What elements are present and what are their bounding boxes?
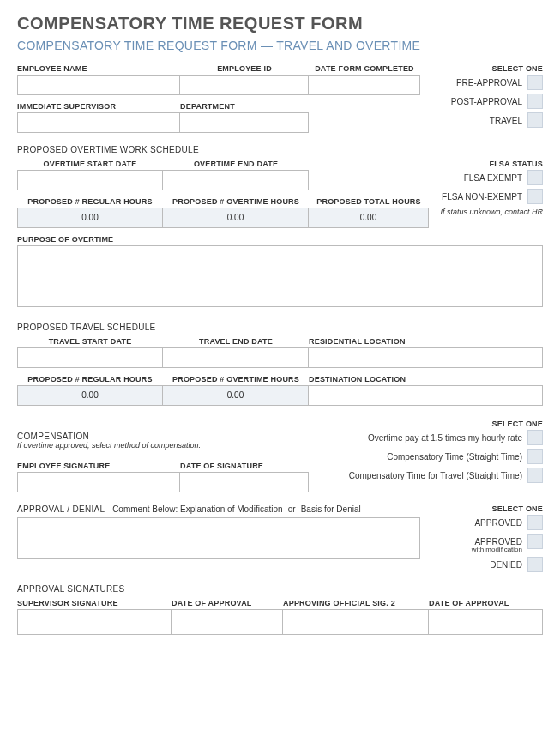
ot-end-input[interactable] (163, 170, 309, 190)
flsa-exempt-checkbox[interactable] (527, 170, 543, 185)
comp-opt3-checkbox[interactable] (527, 468, 543, 483)
flsa-exempt-label: FLSA EXEMPT (464, 173, 522, 183)
official-date-label: DATE OF APPROVAL (429, 599, 543, 609)
ot-total-hours-label: PROPOSED TOTAL HOURS (309, 197, 429, 208)
residential-location-input[interactable] (309, 347, 543, 368)
signature-date-label: DATE OF SIGNATURE (180, 462, 309, 472)
supervisor-sig-label: SUPERVISOR SIGNATURE (17, 599, 172, 609)
ot-reg-hours-value[interactable]: 0.00 (17, 208, 163, 228)
page-title: COMPENSATORY TIME REQUEST FORM (17, 14, 543, 33)
travel-ot-hours-label: PROPOSED # OVERTIME HOURS (163, 375, 309, 385)
ot-reg-hours-label: PROPOSED # REGULAR HOURS (17, 197, 163, 208)
date-completed-input[interactable] (309, 75, 420, 95)
employee-name-label: EMPLOYEE NAME (17, 64, 180, 75)
post-approval-checkbox[interactable] (527, 94, 543, 109)
travel-ot-hours-value[interactable]: 0.00 (163, 385, 309, 406)
official-sig-label: APPROVING OFFICIAL SIG. 2 (283, 599, 429, 609)
ot-start-label: OVERTIME START DATE (17, 160, 163, 170)
purpose-label: PURPOSE OF OVERTIME (17, 235, 543, 245)
destination-location-label: DESTINATION LOCATION (309, 375, 543, 385)
approved-mod-checkbox[interactable] (527, 534, 543, 549)
employee-signature-label: EMPLOYEE SIGNATURE (17, 462, 180, 472)
approved-mod-sub: with modification (440, 546, 522, 553)
travel-start-input[interactable] (17, 347, 163, 368)
employee-id-input[interactable] (180, 75, 309, 95)
supervisor-date-input[interactable] (172, 609, 283, 635)
comp-opt2-label: Compensatory Time (Straight Time) (387, 452, 522, 462)
travel-end-input[interactable] (163, 347, 309, 368)
travel-reg-hours-label: PROPOSED # REGULAR HOURS (17, 375, 163, 385)
denied-label: DENIED (490, 560, 522, 570)
compensation-note: If overtime approved, select method of c… (17, 441, 320, 450)
post-approval-label: POST-APPROVAL (451, 97, 522, 106)
travel-label: TRAVEL (490, 116, 522, 125)
flsa-heading: FLSA STATUS (431, 160, 543, 170)
overtime-heading: PROPOSED OVERTIME WORK SCHEDULE (17, 145, 543, 154)
approved-label: APPROVED (474, 518, 522, 528)
travel-reg-hours-value[interactable]: 0.00 (17, 385, 163, 406)
pre-approval-checkbox[interactable] (527, 75, 543, 90)
page-subtitle: COMPENSATORY TIME REQUEST FORM — TRAVEL … (17, 39, 543, 52)
official-date-input[interactable] (429, 609, 543, 635)
comp-opt3-label: Compensatory Time for Travel (Straight T… (349, 471, 522, 480)
flsa-nonexempt-label: FLSA NON-EXEMPT (442, 192, 522, 202)
travel-end-label: TRAVEL END DATE (163, 337, 309, 347)
supervisor-input[interactable] (17, 112, 180, 133)
denied-checkbox[interactable] (527, 557, 543, 572)
select-one-label-2: SELECT ONE (320, 420, 543, 430)
approval-heading: APPROVAL / DENIAL (17, 504, 105, 514)
employee-name-input[interactable] (17, 75, 180, 95)
approved-mod-label: APPROVED (474, 537, 522, 547)
select-one-label-3: SELECT ONE (440, 504, 543, 515)
signature-date-input[interactable] (180, 472, 309, 492)
comp-opt1-label: Overtime pay at 1.5 times my hourly rate (368, 433, 522, 443)
employee-id-label: EMPLOYEE ID (180, 64, 309, 75)
pre-approval-label: PRE-APPROVAL (456, 78, 522, 88)
department-input[interactable] (180, 112, 309, 133)
compensation-heading: COMPENSATION (17, 432, 320, 441)
department-label: DEPARTMENT (180, 102, 309, 112)
approval-comment-note: Comment Below: Explanation of Modificati… (112, 504, 361, 514)
purpose-textarea[interactable] (17, 245, 543, 307)
select-one-label-1: SELECT ONE (431, 64, 543, 75)
residential-location-label: RESIDENTIAL LOCATION (309, 337, 543, 347)
flsa-note: If status unknown, contact HR (431, 208, 543, 216)
supervisor-date-label: DATE OF APPROVAL (172, 599, 283, 609)
destination-location-input[interactable] (309, 385, 543, 406)
ot-ot-hours-label: PROPOSED # OVERTIME HOURS (163, 197, 309, 208)
supervisor-label: IMMEDIATE SUPERVISOR (17, 102, 180, 112)
date-completed-label: DATE FORM COMPLETED (309, 64, 420, 75)
official-sig-input[interactable] (283, 609, 429, 635)
comp-opt1-checkbox[interactable] (527, 430, 543, 445)
flsa-nonexempt-checkbox[interactable] (527, 189, 543, 204)
supervisor-sig-input[interactable] (17, 609, 172, 635)
comp-opt2-checkbox[interactable] (527, 449, 543, 464)
ot-total-hours-value: 0.00 (309, 208, 429, 228)
approved-checkbox[interactable] (527, 515, 543, 530)
ot-ot-hours-value[interactable]: 0.00 (163, 208, 309, 228)
ot-start-input[interactable] (17, 170, 163, 190)
signatures-heading: APPROVAL SIGNATURES (17, 584, 543, 594)
travel-heading: PROPOSED TRAVEL SCHEDULE (17, 323, 543, 332)
travel-checkbox[interactable] (527, 112, 543, 128)
travel-start-label: TRAVEL START DATE (17, 337, 163, 347)
approval-comment-textarea[interactable] (17, 517, 420, 559)
employee-signature-input[interactable] (17, 472, 180, 492)
ot-end-label: OVERTIME END DATE (163, 160, 309, 170)
